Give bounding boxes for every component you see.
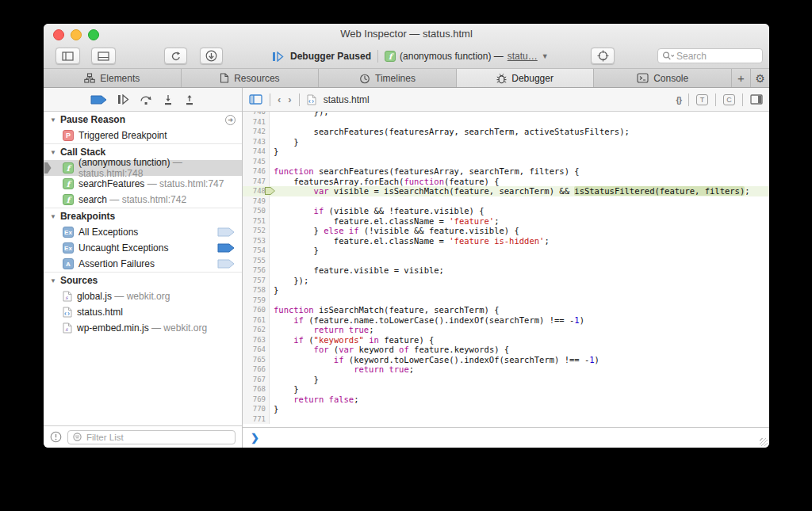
code-text[interactable]: }	[270, 285, 278, 296]
line-number[interactable]: 748	[243, 186, 270, 196]
line-number[interactable]: 769	[243, 395, 270, 405]
dock-bottom-button[interactable]	[91, 48, 116, 64]
code-text[interactable]: return false;	[270, 395, 359, 405]
back-button[interactable]: ‹	[278, 93, 281, 105]
resize-grip[interactable]	[760, 438, 768, 446]
line-number[interactable]: 761	[243, 315, 270, 326]
disclosure-triangle-icon[interactable]: ▼	[50, 277, 56, 284]
breakpoint-toggle[interactable]	[217, 259, 235, 269]
line-number[interactable]: 750	[243, 206, 270, 216]
filter-list-field[interactable]	[67, 430, 236, 444]
tab-console[interactable]: Console	[594, 69, 732, 87]
code-text[interactable]: if ("keywords" in feature) {	[270, 335, 434, 345]
element-picker-button[interactable]	[591, 48, 615, 64]
breakpoint-item[interactable]: Ex Uncaught Exceptions	[44, 240, 242, 256]
line-number[interactable]: 768	[243, 384, 270, 395]
code-text[interactable]: featuresArray.forEach(function(feature) …	[270, 177, 500, 187]
section-sources[interactable]: ▼ Sources	[44, 272, 242, 288]
code-text[interactable]: if (visible && !feature.visible) {	[270, 206, 485, 216]
line-number[interactable]: 764	[243, 345, 270, 355]
code-text[interactable]: }	[270, 375, 319, 385]
line-number[interactable]: 760	[243, 305, 270, 315]
close-button[interactable]	[53, 29, 64, 40]
pretty-print-button[interactable]: {}	[676, 95, 681, 105]
code-text[interactable]: }	[270, 147, 278, 157]
tab-elements[interactable]: Elements	[44, 69, 182, 87]
code-text[interactable]	[270, 117, 274, 128]
code-text[interactable]: if (keyword.toLowerCase().indexOf(search…	[270, 355, 599, 365]
zoom-button[interactable]	[88, 29, 99, 40]
line-number[interactable]: 771	[243, 414, 270, 425]
code-text[interactable]: });	[270, 276, 308, 286]
line-number[interactable]: 749	[243, 196, 270, 207]
disclosure-triangle-icon[interactable]: ▼	[50, 213, 56, 220]
code-text[interactable]: feature.el.className = 'feature';	[270, 216, 500, 227]
code-text[interactable]: return true;	[270, 364, 414, 375]
coverage-button[interactable]: C	[723, 94, 735, 105]
source-item[interactable]: s wp-embed.min.js — webkit.org	[44, 320, 242, 336]
disclosure-triangle-icon[interactable]: ▼	[50, 149, 56, 156]
section-pause-reason[interactable]: ▼ Pause Reason ➜	[44, 112, 242, 128]
line-number[interactable]: 756	[243, 265, 270, 276]
breadcrumb-file-name[interactable]: status.html	[324, 94, 370, 105]
breakpoint-toggle[interactable]	[217, 243, 235, 253]
line-number[interactable]: 765	[243, 355, 270, 365]
filter-list-input[interactable]	[85, 432, 230, 443]
debugger-paused-icon[interactable]	[272, 51, 284, 62]
code-text[interactable]: var visible = isSearchMatch(feature, sea…	[270, 186, 750, 196]
code-text[interactable]: });	[270, 112, 329, 117]
code-text[interactable]	[270, 196, 274, 207]
code-text[interactable]: }	[270, 384, 299, 395]
step-out-button[interactable]	[184, 94, 195, 105]
line-number[interactable]: 759	[243, 296, 270, 306]
line-number[interactable]: 745	[243, 157, 270, 167]
call-stack-frame[interactable]: f search — status.html:742	[44, 192, 242, 208]
line-number[interactable]: 753	[243, 236, 270, 246]
code-text[interactable]	[270, 256, 274, 266]
line-number[interactable]: 743	[243, 137, 270, 147]
code-text[interactable]: return true;	[270, 325, 373, 335]
step-into-button[interactable]	[163, 94, 174, 105]
reload-button[interactable]	[164, 48, 187, 64]
line-number[interactable]: 770	[243, 404, 270, 414]
code-text[interactable]: if (feature.name.toLowerCase().indexOf(s…	[270, 315, 584, 326]
details-sidebar-toggle-button[interactable]	[750, 94, 763, 105]
code-text[interactable]	[270, 157, 274, 167]
line-number[interactable]: 746	[243, 166, 270, 177]
tab-resources[interactable]: Resources	[182, 69, 320, 87]
forward-button[interactable]: ›	[288, 93, 291, 105]
code-text[interactable]: }	[270, 246, 319, 256]
title-bar[interactable]: Web Inspector — status.html	[44, 24, 769, 44]
line-number[interactable]: 767	[243, 375, 270, 385]
code-text[interactable]: feature.el.className = 'feature is-hidde…	[270, 236, 550, 246]
function-selector-dropdown[interactable]: f (anonymous function) — statu… ▼	[385, 51, 549, 62]
code-text[interactable]: } else if (!visible && feature.visible) …	[270, 226, 519, 236]
pause-reason-item[interactable]: P Triggered Breakpoint	[44, 128, 242, 143]
code-text[interactable]: function searchFeatures(featuresArray, s…	[270, 166, 580, 177]
source-item[interactable]: s global.js — webkit.org	[44, 288, 242, 304]
call-stack-frame[interactable]: f searchFeatures — status.html:747	[44, 176, 242, 192]
dock-side-button[interactable]	[56, 48, 80, 64]
line-number[interactable]: 741	[243, 117, 270, 128]
line-number[interactable]: 766	[243, 364, 270, 375]
type-profiler-button[interactable]: T	[696, 94, 708, 105]
section-breakpoints[interactable]: ▼ Breakpoints	[44, 208, 242, 224]
code-text[interactable]: searchFeatures(featuresArray, searchTerm…	[270, 127, 630, 137]
search-input[interactable]	[675, 50, 758, 63]
tab-debugger[interactable]: Debugger	[457, 69, 595, 87]
quick-console[interactable]: ❯	[243, 427, 769, 448]
search-field[interactable]	[657, 48, 763, 63]
line-number[interactable]: 754	[243, 246, 270, 256]
code-text[interactable]	[270, 414, 274, 425]
code-editor[interactable]: 740 });741742 searchFeatures(featuresArr…	[243, 112, 769, 427]
sidebar-toggle-button[interactable]	[249, 94, 262, 105]
code-text[interactable]: for (var keyword of feature.keywords) {	[270, 345, 509, 355]
line-number[interactable]: 752	[243, 226, 270, 236]
breakpoints-toggle-button[interactable]	[90, 95, 107, 105]
pause-resume-button[interactable]	[117, 94, 129, 105]
tab-timelines[interactable]: Timelines	[319, 69, 457, 87]
breakpoint-toggle[interactable]	[217, 227, 235, 237]
warnings-filter-button[interactable]	[50, 431, 62, 443]
minimize-button[interactable]	[71, 29, 82, 40]
line-number[interactable]: 755	[243, 256, 270, 266]
